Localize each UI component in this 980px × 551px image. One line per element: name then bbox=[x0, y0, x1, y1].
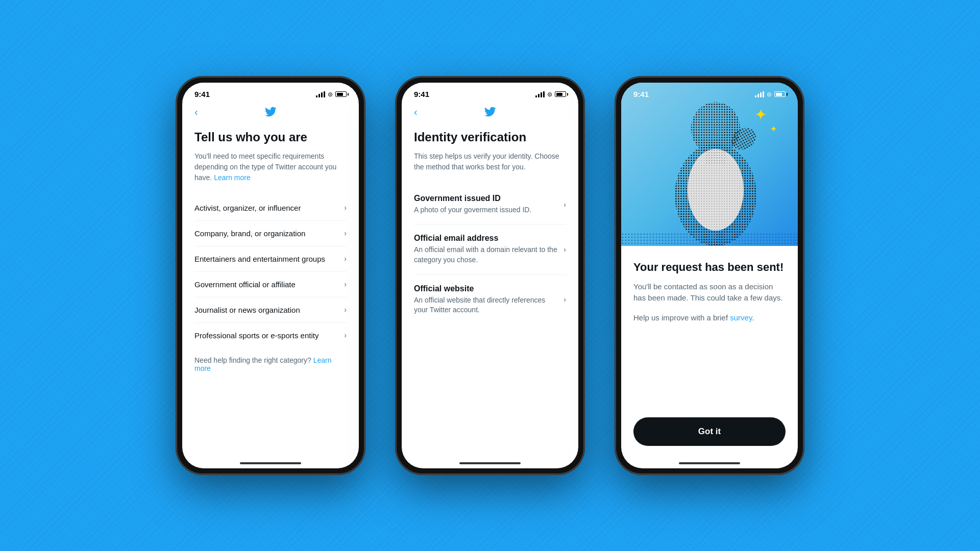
chevron-activist: › bbox=[344, 204, 347, 212]
status-icons-1: ⊜ bbox=[316, 91, 347, 98]
category-sports[interactable]: Professional sports or e-sports entity › bbox=[194, 323, 347, 348]
category-activist[interactable]: Activist, organizer, or influencer › bbox=[194, 195, 347, 221]
confirmation-content: Your request has been sent! You'll be co… bbox=[621, 246, 798, 458]
status-bar-1: 9:41 ⊜ bbox=[182, 83, 359, 102]
status-bar-2: 9:41 ⊜ bbox=[402, 83, 578, 102]
chevron-company: › bbox=[344, 229, 347, 237]
help-text-1: Need help finding the right category? Le… bbox=[194, 356, 347, 372]
battery-icon-1 bbox=[335, 91, 347, 97]
status-bar-3: 9:41 ⊜ bbox=[621, 83, 798, 102]
hero-illustration bbox=[621, 83, 798, 246]
twitter-logo-2 bbox=[482, 106, 498, 118]
home-bar-2 bbox=[459, 462, 521, 464]
hero-image: 9:41 ⊜ bbox=[621, 83, 798, 246]
back-button-2[interactable]: ‹ bbox=[414, 106, 418, 118]
category-company[interactable]: Company, brand, or organization › bbox=[194, 221, 347, 246]
verification-website[interactable]: Official website An official website tha… bbox=[414, 275, 566, 324]
home-indicator-1 bbox=[182, 458, 359, 468]
confirm-title: Your request has been sent! bbox=[633, 260, 786, 275]
home-indicator-2 bbox=[402, 458, 578, 468]
verification-email[interactable]: Official email address An official email… bbox=[414, 224, 566, 274]
status-time-3: 9:41 bbox=[633, 90, 649, 98]
verification-gov-id[interactable]: Government issued ID A photo of your gov… bbox=[414, 185, 566, 225]
chevron-website: › bbox=[564, 295, 566, 304]
phone-1-screen: 9:41 ⊜ ‹ Tell us who bbox=[182, 83, 359, 468]
chevron-journalist: › bbox=[344, 306, 347, 314]
phone-1: 9:41 ⊜ ‹ Tell us who bbox=[176, 77, 365, 474]
wifi-icon-2: ⊜ bbox=[547, 91, 552, 98]
signal-icon-2 bbox=[535, 91, 545, 97]
home-bar-1 bbox=[240, 462, 301, 464]
wifi-icon-1: ⊜ bbox=[328, 91, 333, 98]
wifi-icon-3: ⊜ bbox=[767, 91, 772, 98]
chevron-email: › bbox=[564, 245, 566, 254]
screen-2-content: Identity verification This step helps us… bbox=[402, 122, 578, 458]
category-list: Activist, organizer, or influencer › Com… bbox=[194, 195, 347, 348]
status-time-2: 9:41 bbox=[414, 90, 429, 98]
screen-1-content: Tell us who you are You'll need to meet … bbox=[182, 122, 359, 458]
chevron-gov-id: › bbox=[564, 201, 566, 209]
screen-1-title: Tell us who you are bbox=[194, 130, 347, 145]
chevron-entertainers: › bbox=[344, 255, 347, 263]
svg-rect-11 bbox=[621, 233, 798, 246]
phone-2-screen: 9:41 ⊜ ‹ Identity ve bbox=[402, 83, 578, 468]
sparkle-icon-1: ✦ bbox=[754, 106, 767, 123]
nav-header-2: ‹ bbox=[402, 102, 578, 122]
nav-header-1: ‹ bbox=[182, 102, 359, 122]
category-journalist[interactable]: Journalist or news organization › bbox=[194, 297, 347, 323]
status-time-1: 9:41 bbox=[194, 90, 210, 98]
back-button-1[interactable]: ‹ bbox=[194, 106, 198, 118]
phone-3: 9:41 ⊜ bbox=[615, 77, 804, 474]
chevron-sports: › bbox=[344, 331, 347, 339]
sparkle-icon-2: ✦ bbox=[770, 123, 777, 135]
category-government[interactable]: Government official or affiliate › bbox=[194, 272, 347, 297]
phone-3-screen: 9:41 ⊜ bbox=[621, 83, 798, 468]
status-icons-3: ⊜ bbox=[755, 91, 786, 98]
home-bar-3 bbox=[679, 462, 740, 464]
signal-icon-3 bbox=[755, 91, 764, 97]
twitter-logo-1 bbox=[263, 106, 278, 118]
got-it-button[interactable]: Got it bbox=[633, 417, 786, 446]
learn-more-link-1[interactable]: Learn more bbox=[214, 173, 251, 182]
battery-icon-2 bbox=[555, 91, 566, 97]
screen-2-title: Identity verification bbox=[414, 130, 566, 145]
home-indicator-3 bbox=[621, 458, 798, 468]
screen-2-subtitle: This step helps us verify your identity.… bbox=[414, 151, 566, 172]
battery-icon-3 bbox=[774, 91, 786, 97]
chevron-government: › bbox=[344, 280, 347, 288]
status-icons-2: ⊜ bbox=[535, 91, 566, 98]
signal-icon-1 bbox=[316, 91, 325, 97]
svg-point-5 bbox=[695, 106, 726, 141]
phone-2: 9:41 ⊜ ‹ Identity ve bbox=[396, 77, 584, 474]
survey-link[interactable]: survey bbox=[730, 313, 752, 322]
category-entertainers[interactable]: Entertainers and entertainment groups › bbox=[194, 246, 347, 272]
screen-1-subtitle: You'll need to meet specific requirement… bbox=[194, 151, 347, 183]
survey-text: Help us improve with a brief survey. bbox=[633, 312, 786, 324]
svg-rect-9 bbox=[705, 149, 726, 164]
confirm-desc: You'll be contacted as soon as a decisio… bbox=[633, 281, 786, 304]
